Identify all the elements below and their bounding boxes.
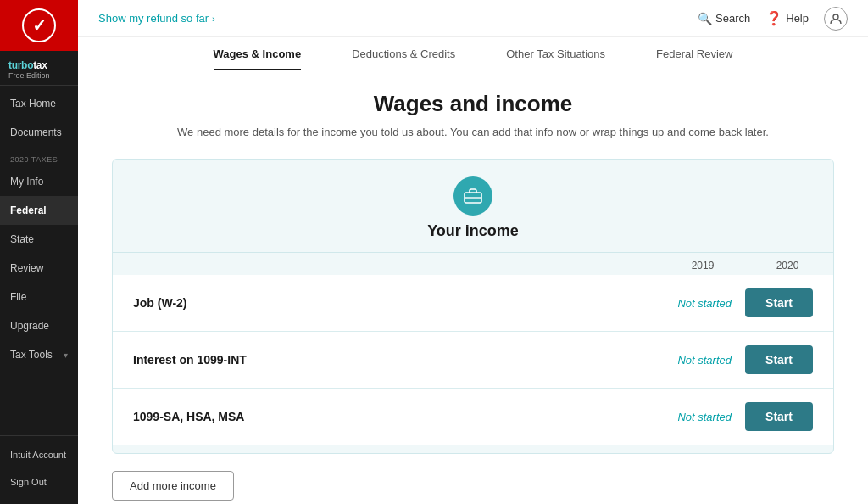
- search-icon: 🔍: [698, 12, 712, 25]
- job-w2-status: Not started: [677, 297, 732, 310]
- sidebar-item-file[interactable]: File: [0, 283, 78, 311]
- year-2020-label: 2020: [762, 260, 813, 272]
- logo-area: ✓: [0, 0, 78, 51]
- income-card: Your income 2019 2020 Job (W-2) Not star…: [112, 159, 834, 454]
- job-w2-label: Job (W-2): [133, 296, 677, 310]
- sidebar-item-state[interactable]: State: [0, 225, 78, 254]
- sidebar-bottom: Intuit Account Sign Out: [0, 435, 78, 504]
- income-row-job-w2: Job (W-2) Not started Start: [113, 275, 833, 332]
- income-years-header: 2019 2020: [113, 253, 833, 275]
- brand-area: turbotax Free Edition: [0, 51, 78, 86]
- tab-federal-review[interactable]: Federal Review: [656, 48, 732, 70]
- search-button[interactable]: 🔍 Search: [698, 12, 750, 25]
- user-account-button[interactable]: [824, 7, 848, 31]
- interest-1099-status: Not started: [677, 354, 732, 367]
- page-body: Wages and income We need more details fo…: [78, 70, 868, 504]
- sidebar-nav: Tax Home Documents 2020 TAXES My Info Fe…: [0, 86, 78, 435]
- add-more-income-button[interactable]: Add more income: [112, 471, 234, 501]
- interest-1099-label: Interest on 1099-INT: [133, 353, 677, 367]
- job-w2-start-button[interactable]: Start: [745, 288, 813, 317]
- sidebar-item-documents[interactable]: Documents: [0, 118, 78, 147]
- sidebar-item-review[interactable]: Review: [0, 254, 78, 283]
- chevron-down-icon: ▾: [64, 350, 68, 360]
- edition-label: Free Edition: [8, 71, 70, 80]
- income-row-interest-1099: Interest on 1099-INT Not started Start: [113, 332, 833, 389]
- interest-1099-start-button[interactable]: Start: [745, 345, 813, 374]
- income-row-1099-sa: 1099-SA, HSA, MSA Not started Start: [113, 389, 833, 445]
- brand-name: turbotax: [8, 59, 70, 71]
- sidebar-item-federal[interactable]: Federal: [0, 196, 78, 225]
- tab-nav: Wages & Income Deductions & Credits Othe…: [78, 37, 868, 70]
- 1099-sa-status: Not started: [677, 411, 732, 423]
- 1099-sa-label: 1099-SA, HSA, MSA: [133, 410, 677, 423]
- sidebar-item-tax-home[interactable]: Tax Home: [0, 89, 78, 118]
- refund-link[interactable]: Show my refund so far ›: [98, 12, 215, 25]
- page-subtitle: We need more details for the income you …: [176, 126, 770, 138]
- top-actions: 🔍 Search ❓ Help: [698, 7, 848, 31]
- income-briefcase-icon: [453, 176, 492, 216]
- income-card-header: Your income: [113, 160, 833, 253]
- sidebar-item-sign-out[interactable]: Sign Out: [0, 468, 78, 496]
- page-title: Wages and income: [112, 91, 834, 117]
- tab-other-tax-situations[interactable]: Other Tax Situations: [506, 48, 605, 70]
- sidebar-item-upgrade[interactable]: Upgrade: [0, 311, 78, 340]
- year-2019-label: 2019: [677, 260, 728, 272]
- user-icon: [824, 7, 848, 31]
- sidebar-item-my-info[interactable]: My Info: [0, 167, 78, 196]
- tab-deductions-credits[interactable]: Deductions & Credits: [352, 48, 455, 70]
- main-content: Show my refund so far › 🔍 Search ❓ Help: [78, 0, 868, 504]
- help-button[interactable]: ❓ Help: [765, 10, 809, 26]
- sidebar: ✓ turbotax Free Edition Tax Home Documen…: [0, 0, 78, 504]
- help-icon: ❓: [765, 10, 782, 26]
- sidebar-item-intuit-account[interactable]: Intuit Account: [0, 441, 78, 468]
- turbotax-logo: ✓: [22, 8, 56, 42]
- 1099-sa-start-button[interactable]: Start: [745, 402, 813, 431]
- chevron-right-icon: ›: [212, 14, 215, 24]
- top-bar: Show my refund so far › 🔍 Search ❓ Help: [78, 0, 868, 37]
- tab-wages-income[interactable]: Wages & Income: [214, 48, 302, 70]
- svg-point-0: [833, 14, 838, 20]
- sidebar-section-label: 2020 TAXES: [0, 147, 78, 167]
- sidebar-item-tax-tools[interactable]: Tax Tools ▾: [0, 340, 78, 369]
- income-card-title: Your income: [427, 222, 519, 240]
